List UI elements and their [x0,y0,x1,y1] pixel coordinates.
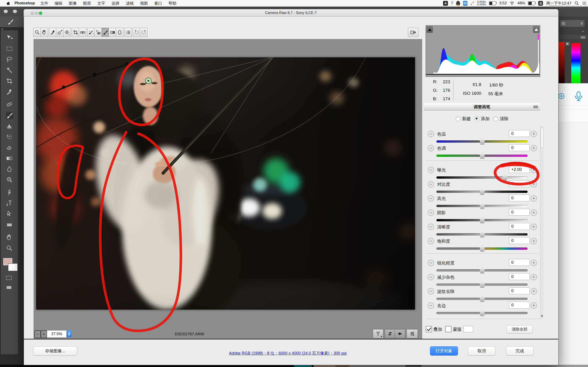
decrease-button[interactable]: − [428,238,434,244]
radial-filter-tool[interactable] [116,28,123,37]
zoom-stepper[interactable] [67,330,71,337]
background-color-swatch[interactable] [8,264,17,271]
dodge-tool[interactable] [6,176,13,183]
slider-track[interactable] [436,191,527,193]
type-tool[interactable] [6,200,13,207]
battery-icon-2[interactable] [528,1,535,5]
search-plus-icon[interactable] [558,92,565,100]
clone-stamp-tool[interactable] [6,123,13,129]
brush-options-icon[interactable] [7,19,14,25]
cancel-button[interactable]: 取消 [468,346,495,356]
decrease-button[interactable]: − [428,145,434,151]
rotate-left-button[interactable] [133,28,140,37]
notification-center-icon[interactable] [582,1,587,6]
slider-track[interactable] [436,140,527,143]
magic-wand-tool[interactable] [6,67,13,74]
open-object-button[interactable]: 打开对象 [430,346,458,356]
history-brush-tool[interactable] [6,133,13,140]
preview-mode-button[interactable] [373,329,383,338]
eraser-tool[interactable] [6,144,13,151]
radio-button[interactable] [493,117,498,121]
zoom-tool[interactable] [6,245,13,252]
network-arrows-icon[interactable] [470,1,474,5]
hue-bar[interactable] [571,43,580,83]
spotlight-search-icon[interactable] [574,1,579,6]
quick-mask-icon[interactable] [6,274,12,281]
decrease-button[interactable]: − [428,302,434,309]
ps-window-button[interactable] [4,10,8,13]
increase-button[interactable]: + [531,224,537,230]
presets-button[interactable] [124,28,132,37]
panel-scrollbar[interactable] [540,126,543,319]
app-status-icon[interactable] [456,1,460,6]
panel-collapse-toggle[interactable]: » [582,29,584,33]
decrease-button[interactable]: − [428,181,434,187]
zoom-out-button[interactable]: − [35,330,41,338]
network-speed[interactable]: 0.0KB/s0.1KB/s [477,1,486,6]
decrease-button[interactable]: − [428,131,434,137]
workspace-button[interactable]: 能 [560,20,585,27]
increase-button[interactable]: + [531,274,537,280]
blur-tool[interactable] [6,166,13,173]
spot-removal-tool[interactable] [87,28,95,37]
slider-track[interactable] [436,269,527,272]
move-tool[interactable] [6,34,13,41]
decrease-button[interactable]: − [428,274,434,280]
eyedropper-tool[interactable] [6,88,13,95]
slider-track[interactable] [436,284,527,286]
marquee-tool[interactable] [6,45,13,52]
menu-clock[interactable]: 周一下午12:47 [546,1,571,6]
scroll-down-arrow[interactable] [541,315,543,317]
brush-mode-清除[interactable]: 清除 [493,116,509,122]
decrease-button[interactable]: − [428,260,434,266]
hand-tool[interactable] [40,28,48,37]
app-menu-photoshop[interactable]: Photoshop [15,1,35,6]
shadow-clipping-toggle[interactable] [426,26,433,33]
panel-menu-icon[interactable] [581,36,585,39]
straighten-tool[interactable] [79,28,86,37]
increase-button[interactable]: + [531,195,537,202]
swap-settings-button[interactable] [385,329,395,338]
panel-collapse-toggle[interactable]: » [1,27,3,31]
red-eye-tool[interactable] [95,28,102,37]
zoom-level-select[interactable]: 27.5% [47,330,67,338]
pen-tool[interactable] [6,189,13,196]
workflow-options-link[interactable]: Adobe RGB (1998)；8 位；6000 x 4000 (24.0 百… [203,350,373,356]
slider-track[interactable] [436,233,527,236]
slider-track[interactable] [436,155,527,157]
increase-button[interactable]: + [531,209,537,216]
crop-tool[interactable] [72,28,79,37]
scrollbar-thumb[interactable] [541,127,543,148]
slider-track[interactable] [436,219,527,221]
slider-track[interactable] [436,176,527,179]
brush-mode-新建[interactable]: 新建 [456,116,471,122]
targeted-adjustment-tool[interactable] [63,28,71,37]
graduated-filter-tool[interactable] [109,28,116,37]
gradient-tool[interactable] [6,155,13,162]
preview-settings-button[interactable] [406,329,418,338]
menu-item-文字[interactable]: 文字 [94,1,108,6]
increase-button[interactable]: + [531,302,537,309]
battery-icon[interactable] [489,1,496,5]
clear-all-button[interactable]: 清除全部 [506,325,533,333]
highlight-clipping-toggle[interactable] [533,26,539,33]
menu-item-窗口[interactable]: 窗口 [151,1,165,6]
decrease-button[interactable]: − [428,209,434,216]
copy-settings-button[interactable] [395,329,405,338]
radio-button[interactable] [456,117,460,121]
healing-brush-tool[interactable] [6,101,13,108]
increase-button[interactable]: + [531,167,537,173]
color-sampler-tool[interactable] [56,28,64,37]
brush-mode-添加[interactable]: 添加 [475,116,490,122]
panel-menu-icon[interactable] [533,105,538,108]
decrease-button[interactable]: − [428,224,434,230]
adjustment-brush-tool[interactable] [102,28,109,37]
path-select-tool[interactable] [6,211,13,217]
menu-item-帮助[interactable]: 帮助 [165,1,180,6]
mask-checkbox[interactable] [445,326,451,332]
apple-menu-icon[interactable] [6,1,10,6]
done-button[interactable]: 完成 [506,346,534,356]
mask-color-swatch[interactable] [464,326,473,332]
decrease-button[interactable]: − [428,195,434,202]
overlay-checkbox[interactable] [426,326,432,332]
